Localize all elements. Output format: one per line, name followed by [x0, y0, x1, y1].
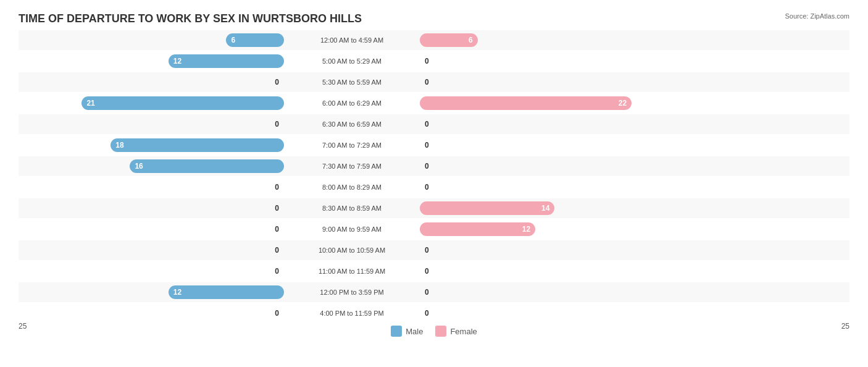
right-bar-area: 0: [420, 177, 685, 197]
time-label: 7:30 AM to 7:59 AM: [284, 162, 420, 170]
legend: Male Female: [391, 326, 477, 337]
right-bar-area: 14: [420, 198, 685, 218]
female-value: 22: [619, 99, 627, 108]
right-bar-area: 12: [420, 219, 685, 239]
time-label: 4:00 PM to 11:59 PM: [284, 310, 420, 317]
female-zero-value: 0: [425, 162, 429, 171]
time-label: 10:00 AM to 10:59 AM: [284, 247, 420, 254]
axis-left-label: 25: [19, 322, 27, 337]
right-bar-area: 0: [420, 72, 685, 92]
male-zero-value: 0: [275, 246, 279, 255]
chart-row: 125:00 AM to 5:29 AM0: [19, 51, 849, 71]
time-label: 8:00 AM to 8:29 AM: [284, 184, 420, 191]
chart-row: 011:00 AM to 11:59 AM0: [19, 261, 849, 281]
male-bar: 12: [169, 285, 284, 299]
female-bar: 14: [420, 201, 554, 215]
male-zero-value: 0: [275, 78, 279, 86]
legend-female: Female: [435, 326, 477, 337]
chart-row: 612:00 AM to 4:59 AM6: [19, 30, 849, 50]
female-zero-value: 0: [425, 183, 429, 192]
chart-row: 04:00 PM to 11:59 PM0: [19, 303, 849, 323]
male-bar: 18: [111, 138, 284, 152]
left-bar-area: 12: [19, 51, 284, 71]
left-bar-area: 6: [19, 30, 284, 50]
male-value: 6: [231, 36, 235, 44]
right-bar-area: 0: [420, 51, 685, 71]
male-bar: 21: [81, 96, 284, 110]
chart-row: 1212:00 PM to 3:59 PM0: [19, 282, 849, 302]
chart-row: 216:00 AM to 6:29 AM22: [19, 93, 849, 113]
female-bar: 12: [420, 222, 535, 236]
female-zero-value: 0: [425, 141, 429, 150]
male-value: 12: [173, 288, 182, 297]
left-bar-area: 0: [19, 240, 284, 260]
female-value: 6: [469, 36, 473, 44]
female-zero-value: 0: [425, 309, 429, 318]
male-zero-value: 0: [275, 225, 279, 234]
male-zero-value: 0: [275, 309, 279, 318]
right-bar-area: 6: [420, 30, 685, 50]
female-zero-value: 0: [425, 288, 429, 297]
chart-row: 010:00 AM to 10:59 AM0: [19, 240, 849, 260]
time-label: 12:00 PM to 3:59 PM: [284, 289, 420, 296]
male-zero-value: 0: [275, 120, 279, 129]
time-label: 5:30 AM to 5:59 AM: [284, 78, 420, 86]
male-bar: 6: [226, 33, 284, 47]
legend-female-box: [435, 326, 446, 337]
time-label: 12:00 AM to 4:59 AM: [284, 36, 420, 44]
right-bar-area: 0: [420, 282, 685, 302]
time-label: 7:00 AM to 7:29 AM: [284, 141, 420, 149]
right-bar-area: 0: [420, 135, 685, 155]
legend-male-label: Male: [406, 327, 423, 336]
chart-area: 612:00 AM to 4:59 AM6125:00 AM to 5:29 A…: [19, 30, 849, 317]
female-zero-value: 0: [425, 120, 429, 129]
source-text: Source: ZipAtlas.com: [785, 12, 849, 20]
chart-row: 06:30 AM to 6:59 AM0: [19, 114, 849, 134]
time-label: 9:00 AM to 9:59 AM: [284, 226, 420, 233]
chart-row: 187:00 AM to 7:29 AM0: [19, 135, 849, 155]
male-zero-value: 0: [275, 183, 279, 192]
time-label: 6:00 AM to 6:29 AM: [284, 99, 420, 107]
right-bar-area: 0: [420, 240, 685, 260]
female-value: 12: [522, 225, 530, 234]
chart-title: TIME OF DEPARTURE TO WORK BY SEX IN WURT…: [19, 12, 849, 25]
female-bar: 6: [420, 33, 478, 47]
legend-male: Male: [391, 326, 423, 337]
right-bar-area: 0: [420, 114, 685, 134]
time-label: 11:00 AM to 11:59 AM: [284, 268, 420, 275]
left-bar-area: 0: [19, 177, 284, 197]
left-bar-area: 12: [19, 282, 284, 302]
left-bar-area: 18: [19, 135, 284, 155]
chart-row: 167:30 AM to 7:59 AM0: [19, 156, 849, 176]
chart-row: 08:00 AM to 8:29 AM0: [19, 177, 849, 197]
female-zero-value: 0: [425, 246, 429, 255]
male-zero-value: 0: [275, 267, 279, 276]
left-bar-area: 21: [19, 93, 284, 113]
left-bar-area: 0: [19, 114, 284, 134]
right-bar-area: 22: [420, 93, 685, 113]
time-label: 6:30 AM to 6:59 AM: [284, 120, 420, 128]
right-bar-area: 0: [420, 261, 685, 281]
female-value: 14: [541, 204, 549, 213]
left-bar-area: 0: [19, 219, 284, 239]
legend-female-label: Female: [450, 327, 477, 336]
male-value: 16: [135, 162, 143, 171]
left-bar-area: 0: [19, 261, 284, 281]
female-zero-value: 0: [425, 57, 429, 65]
left-bar-area: 16: [19, 156, 284, 176]
female-bar: 22: [420, 96, 632, 110]
female-zero-value: 0: [425, 267, 429, 276]
left-bar-area: 0: [19, 198, 284, 218]
male-value: 12: [173, 57, 182, 65]
male-value: 21: [86, 99, 94, 108]
male-zero-value: 0: [275, 204, 279, 213]
female-zero-value: 0: [425, 78, 429, 86]
axis-right-label: 25: [841, 322, 849, 337]
chart-row: 05:30 AM to 5:59 AM0: [19, 72, 849, 92]
right-bar-area: 0: [420, 303, 685, 323]
male-bar: 16: [130, 159, 284, 173]
chart-row: 08:30 AM to 8:59 AM14: [19, 198, 849, 218]
right-bar-area: 0: [420, 156, 685, 176]
legend-male-box: [391, 326, 402, 337]
chart-row: 09:00 AM to 9:59 AM12: [19, 219, 849, 239]
